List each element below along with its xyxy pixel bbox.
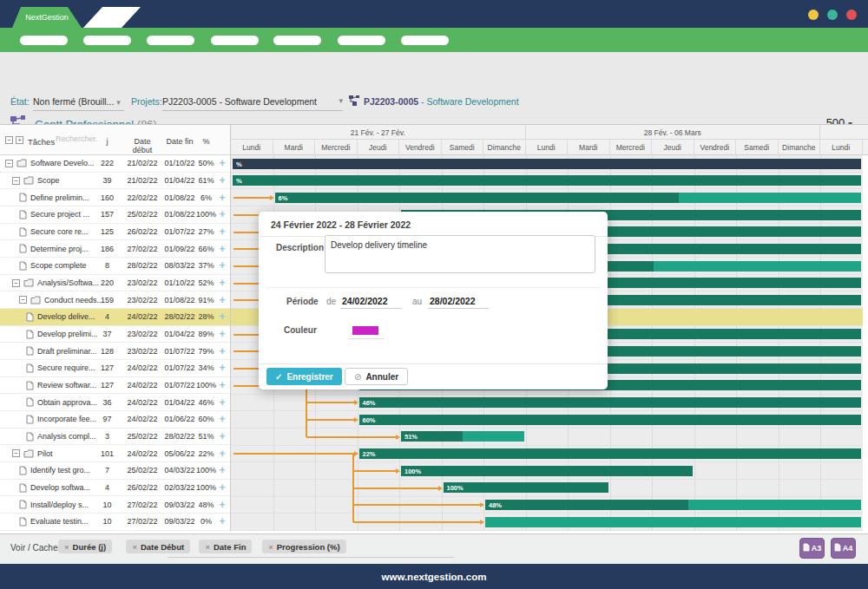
remove-chip-icon[interactable]: ×: [205, 542, 210, 552]
remove-chip-icon[interactable]: ×: [64, 542, 69, 552]
nav-pill-6[interactable]: [338, 36, 385, 45]
task-start-date: 25/02/22: [123, 429, 161, 445]
add-subtask-button[interactable]: +: [214, 377, 230, 394]
nav-pill-2[interactable]: [83, 36, 131, 45]
collapse-toggle[interactable]: −: [12, 177, 20, 185]
task-row[interactable]: Obtain approva...3624/02/2201/04/2246%+: [0, 394, 230, 411]
cancel-button[interactable]: ⊘ Annuler: [345, 368, 408, 385]
column-chip[interactable]: ×Date Début: [126, 540, 190, 553]
gantt-bar[interactable]: 46%: [359, 397, 861, 408]
add-subtask-button[interactable]: +: [214, 326, 230, 343]
task-row[interactable]: Determine proj...18627/02/2201/09/2266%+: [0, 240, 230, 258]
task-row[interactable]: −Pilot10124/02/2205/06/2222%+: [0, 445, 230, 462]
add-subtask-button[interactable]: +: [214, 480, 230, 496]
gantt-bar[interactable]: 100%: [401, 466, 693, 476]
task-row[interactable]: −Scope3921/02/2201/04/2261%+: [0, 173, 230, 190]
nav-pill-1[interactable]: [20, 36, 68, 45]
nav-pill-5[interactable]: [273, 36, 321, 45]
add-subtask-button[interactable]: +: [214, 496, 230, 513]
task-row[interactable]: Develop delive...424/02/2228/02/2228%+: [0, 309, 230, 326]
add-subtask-button[interactable]: +: [214, 189, 230, 206]
export-a3-button[interactable]: A3: [799, 538, 825, 559]
add-subtask-button[interactable]: +: [214, 411, 230, 428]
save-button[interactable]: ✓ Enregistrer: [266, 368, 342, 385]
task-name: Install/deploy s...: [30, 501, 89, 509]
task-row[interactable]: Secure core re...12526/02/2201/07/2227%+: [0, 224, 230, 241]
remove-chip-icon[interactable]: ×: [132, 542, 137, 552]
task-row[interactable]: Scope complete828/02/2208/03/2237%+: [0, 258, 230, 275]
task-row[interactable]: Incorporate fee...9724/02/2201/06/2260%+: [0, 411, 230, 429]
add-subtask-button[interactable]: +: [214, 462, 230, 479]
task-name-cell: −Pilot: [0, 445, 103, 461]
task-row[interactable]: Develop softwa...426/02/2202/03/22100%+: [0, 480, 230, 497]
task-row[interactable]: Secure project ...15725/02/2201/08/22100…: [0, 206, 230, 224]
gantt-bar[interactable]: %: [233, 175, 861, 186]
add-subtask-button[interactable]: +: [214, 173, 230, 189]
gantt-bar[interactable]: 22%: [359, 448, 861, 459]
task-progress: 66%: [198, 240, 214, 257]
color-swatch[interactable]: [352, 326, 378, 335]
add-subtask-button[interactable]: +: [214, 206, 230, 223]
gantt-bar[interactable]: 48%: [485, 500, 861, 510]
window-minimize-dot[interactable]: [808, 10, 819, 20]
nav-pill-7[interactable]: [401, 36, 449, 45]
remove-chip-icon[interactable]: ×: [268, 542, 273, 552]
dependency-arrow-icon: [354, 400, 358, 405]
task-row[interactable]: Analysis compl...325/02/2228/02/2251%+: [0, 429, 230, 446]
add-subtask-button[interactable]: +: [214, 155, 230, 172]
window-maximize-dot[interactable]: [827, 10, 838, 20]
add-subtask-button[interactable]: +: [214, 258, 230, 274]
projets-select[interactable]: PJ2203-0005 - Software Development ▾: [162, 96, 343, 111]
task-row[interactable]: Review softwar...12724/02/2201/07/22100%…: [0, 377, 230, 395]
add-subtask-button[interactable]: +: [214, 360, 230, 376]
gantt-bar[interactable]: 6%: [275, 193, 861, 203]
add-subtask-button[interactable]: +: [214, 224, 230, 240]
project-link[interactable]: PJ2203-0005 - Software Development: [364, 96, 519, 107]
add-subtask-button[interactable]: +: [214, 343, 230, 359]
task-row[interactable]: Evaluate testin...1027/02/2209/03/220%+: [0, 514, 230, 531]
gantt-bar[interactable]: 100%: [444, 482, 608, 493]
task-start-date: 27/02/22: [123, 240, 161, 257]
task-row[interactable]: Install/deploy s...1027/02/2209/03/2248%…: [0, 496, 230, 514]
task-row[interactable]: Identify test gro...725/02/2204/03/22100…: [0, 462, 230, 480]
task-row[interactable]: Draft preliminar...12823/02/2201/07/2279…: [0, 343, 230, 360]
gantt-bar[interactable]: 51%: [401, 431, 524, 442]
collapse-toggle[interactable]: −: [19, 296, 27, 304]
expand-all-toggle[interactable]: +: [16, 136, 23, 144]
task-row[interactable]: −Software Develo...22221/02/2201/10/2250…: [0, 155, 230, 173]
gantt-bar[interactable]: %: [233, 159, 861, 169]
collapse-all-toggle[interactable]: −: [5, 136, 13, 144]
date-from-input[interactable]: 24/02/2022: [340, 296, 401, 309]
add-subtask-button[interactable]: +: [214, 240, 230, 257]
gantt-bar[interactable]: [485, 517, 861, 527]
date-to-input[interactable]: 28/02/2022: [428, 296, 489, 309]
collapse-toggle[interactable]: −: [5, 160, 13, 167]
task-row[interactable]: −Conduct needs...15923/02/2201/08/2291%+: [0, 291, 230, 309]
add-subtask-button[interactable]: +: [214, 429, 230, 445]
gantt-bar[interactable]: 60%: [359, 415, 861, 425]
task-row[interactable]: Secure require...12724/02/2201/07/2234%+: [0, 360, 230, 377]
etat-select[interactable]: Non fermé (Brouill... ▾: [33, 96, 124, 111]
export-a4-button[interactable]: A4: [831, 538, 856, 559]
nav-pill-4[interactable]: [211, 36, 259, 45]
task-row[interactable]: −Analysis/Softwa...22023/02/2201/10/2252…: [0, 275, 230, 292]
description-textarea[interactable]: [325, 235, 595, 273]
projets-label: Projets:: [131, 96, 162, 107]
nav-pill-3[interactable]: [147, 36, 194, 45]
add-subtask-button[interactable]: +: [214, 514, 230, 530]
brand-tab[interactable]: NextGestion: [12, 7, 82, 28]
column-chip[interactable]: ×Progression (%): [262, 540, 345, 553]
collapse-toggle[interactable]: −: [12, 279, 20, 287]
task-row[interactable]: Develop prelimi...3723/02/2201/04/2289%+: [0, 326, 230, 344]
column-chip[interactable]: ×Date Fin: [199, 540, 252, 553]
add-subtask-button[interactable]: +: [214, 309, 230, 325]
column-chip[interactable]: ×Durée (j): [58, 540, 112, 553]
window-close-dot[interactable]: [846, 10, 857, 20]
task-row[interactable]: Define prelimin...16022/02/2201/08/226%+: [0, 189, 230, 206]
add-subtask-button[interactable]: +: [214, 394, 230, 410]
add-subtask-button[interactable]: +: [214, 291, 230, 308]
collapse-toggle[interactable]: −: [12, 449, 20, 457]
add-subtask-button[interactable]: +: [214, 275, 230, 291]
gantt-row: 6%: [231, 189, 863, 206]
add-subtask-button[interactable]: +: [214, 445, 230, 461]
